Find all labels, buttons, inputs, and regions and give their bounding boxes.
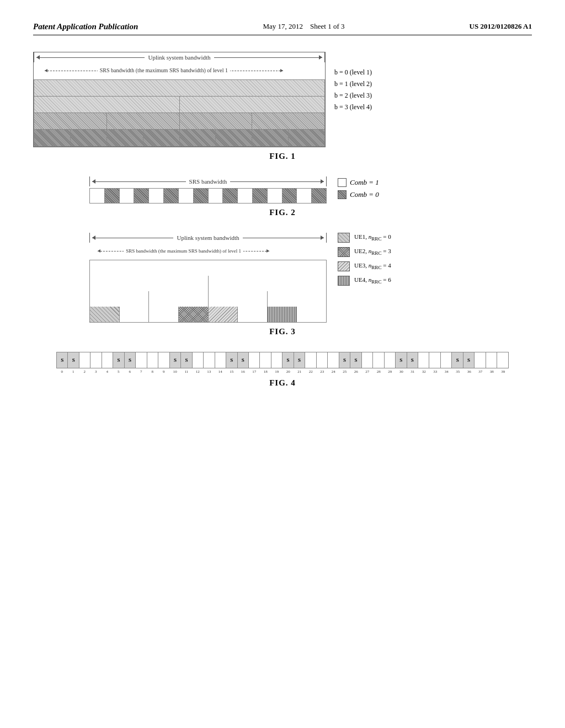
- grid-cell-4-6: [216, 130, 252, 146]
- grid-cell-2-1: [34, 97, 180, 113]
- header-patent-number: US 2012/0120826 A1: [470, 22, 532, 31]
- fig3-r4-c5-ue3: [209, 307, 238, 322]
- grid-cell-1-1: [34, 80, 324, 96]
- fig2-cell-w2: [120, 189, 135, 203]
- fig2-container: SRS bandwidth: [89, 176, 476, 204]
- fig3-legend-ue4: UE4, nRRC = 6: [338, 276, 391, 286]
- fig4-num-1: 1: [68, 370, 79, 374]
- fig4-c36: S: [463, 352, 475, 368]
- fig4-label: FIG. 4: [269, 378, 296, 388]
- fig2-label: FIG. 2: [269, 208, 296, 217]
- fig4-c37: [475, 352, 486, 368]
- fig4-c3: [90, 352, 102, 368]
- fig4-num-8: 8: [147, 370, 158, 374]
- fig4-num-21: 21: [294, 370, 306, 374]
- fig3-r4-c1-ue1: [90, 307, 120, 322]
- fig3-ue1-label: UE1, nRRC = 0: [354, 233, 391, 242]
- fig2-cell-d8: [312, 189, 326, 203]
- grid-cell-3-4: [252, 113, 324, 129]
- fig4-num-33: 33: [430, 370, 441, 374]
- fig4-c28: [373, 352, 384, 368]
- fig3-uplink-arrow: Uplink system bandwidth: [89, 233, 327, 243]
- grid-cell-3-1: [34, 113, 107, 129]
- uplink-label: Uplink system bandwidth: [145, 54, 214, 61]
- grid-cell-3-3: [180, 113, 253, 129]
- fig4-num-35: 35: [452, 370, 464, 374]
- fig4-num-0: 0: [56, 370, 68, 374]
- fig2-diagram: SRS bandwidth: [89, 176, 327, 204]
- fig3-srs-arrow-left-icon: [98, 249, 100, 253]
- fig2-cell-d1: [105, 189, 120, 203]
- grid-row-1: [34, 80, 324, 97]
- figure-2-section: SRS bandwidth: [33, 176, 532, 217]
- grid-cell-2-2: [180, 97, 325, 113]
- fig4-c11: S: [181, 352, 192, 368]
- fig3-r4-c7-ue4: [268, 307, 297, 322]
- fig4-num-34: 34: [441, 370, 452, 374]
- fig2-legend-comb0: Comb = 0: [338, 190, 379, 199]
- fig4-c14: [215, 352, 226, 368]
- fig4-container: S S S S S S S S S S: [56, 352, 509, 374]
- fig2-cell-w8: [297, 189, 312, 203]
- fig2-bandwidth-arrow: SRS bandwidth: [89, 176, 327, 186]
- fig4-num-19: 19: [271, 370, 283, 374]
- fig4-c20: S: [282, 352, 294, 368]
- fig4-c13: [204, 352, 215, 368]
- fig1-label: FIG. 1: [269, 152, 296, 161]
- fig4-num-28: 28: [373, 370, 385, 374]
- grid-cell-4-8: [289, 130, 324, 146]
- grid-cell-4-3: [107, 130, 143, 146]
- figure-1-section: Uplink system bandwidth SRS bandwidth (t…: [33, 52, 532, 161]
- fig3-legend-ue3: UE3, nRRC = 4: [338, 261, 391, 271]
- fig3-r1-c1: [90, 260, 326, 276]
- fig4-num-7: 7: [136, 370, 147, 374]
- fig4-c22: [305, 352, 316, 368]
- figure-3-section: Uplink system bandwidth SRS bandwidth (t…: [33, 233, 532, 336]
- fig4-num-37: 37: [475, 370, 487, 374]
- legend-comb0-label: Comb = 0: [350, 190, 379, 199]
- fig4-c7: [136, 352, 147, 368]
- fig4-num-18: 18: [260, 370, 271, 374]
- legend-level-4: b = 3 (level 4): [334, 103, 372, 111]
- fig4-num-14: 14: [215, 370, 226, 374]
- fig4-num-11: 11: [181, 370, 193, 374]
- fig4-num-23: 23: [317, 370, 328, 374]
- grid-row-4: [34, 130, 324, 146]
- fig4-numbers-row: 0 1 2 3 4 5 6 7 8 9 10 11 12 13 14 15 16…: [56, 370, 509, 374]
- fig4-c29: [385, 352, 396, 368]
- legend-comb0-box: [338, 190, 347, 199]
- fig4-num-6: 6: [124, 370, 136, 374]
- fig4-c5: S: [113, 352, 124, 368]
- srs-label: SRS bandwidth (the maximum SRS bandwidth…: [98, 67, 230, 74]
- fig3-legend-box-ue1: [338, 233, 350, 243]
- fig2-cell-w4: [179, 189, 194, 203]
- fig4-c33: [429, 352, 440, 368]
- fig3-arrow-left-icon: [92, 235, 95, 240]
- fig4-c16: S: [238, 352, 249, 368]
- fig4-num-31: 31: [407, 370, 419, 374]
- fig3-r3-c1: [90, 291, 149, 307]
- fig3-legend-box-ue2: [338, 247, 350, 257]
- fig4-c32: [418, 352, 429, 368]
- fig1-grid: [34, 79, 325, 147]
- fig2-cell-w1: [90, 189, 105, 203]
- grid-cell-3-2: [107, 113, 180, 129]
- page-header: Patent Application Publication May 17, 2…: [33, 22, 532, 35]
- fig4-num-13: 13: [204, 370, 215, 374]
- header-title: Patent Application Publication: [33, 22, 138, 31]
- fig4-c18: [260, 352, 271, 368]
- fig4-num-9: 9: [158, 370, 170, 374]
- fig4-c21: S: [294, 352, 305, 368]
- fig3-r4-c3: [149, 307, 179, 322]
- fig4-c23: [317, 352, 328, 368]
- legend-comb1-label: Comb = 1: [350, 178, 379, 187]
- fig4-num-16: 16: [237, 370, 249, 374]
- fig4-num-24: 24: [328, 370, 339, 374]
- legend-level-2: b = 1 (level 2): [334, 80, 372, 88]
- legend-level-1: b = 0 (level 1): [334, 68, 372, 77]
- header-date: May 17, 2012: [263, 22, 303, 30]
- fig2-legend-comb1: Comb = 1: [338, 178, 379, 187]
- fig3-r4-c2: [120, 307, 150, 322]
- header-sheet: Sheet 1 of 3: [310, 22, 344, 30]
- fig2-cell-d3: [164, 189, 179, 203]
